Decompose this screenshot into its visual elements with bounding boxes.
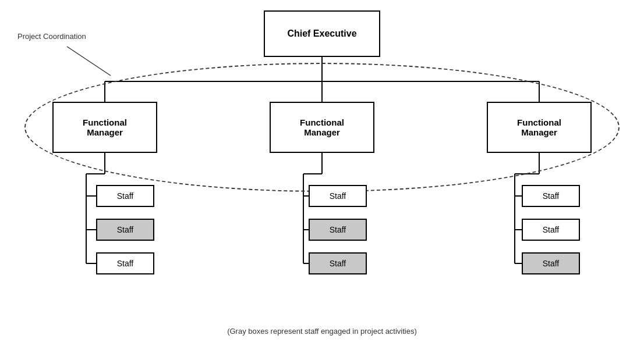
footer-note: (Gray boxes represent staff engaged in p… [0,327,644,336]
chief-executive-box: Chief Executive [264,10,380,57]
functional-manager-right: FunctionalManager [487,102,592,153]
staff-left-2: Staff [96,219,154,241]
staff-right-2: Staff [522,219,580,241]
staff-center-3: Staff [309,252,367,274]
staff-left-1: Staff [96,185,154,207]
staff-center-2: Staff [309,219,367,241]
diagram-container: Project Coordination Chief Executive Fun… [0,0,644,346]
functional-manager-center: FunctionalManager [270,102,374,153]
staff-right-3: Staff [522,252,580,274]
svg-line-23 [67,47,111,76]
functional-manager-left: FunctionalManager [52,102,157,153]
staff-left-3: Staff [96,252,154,274]
staff-right-1: Staff [522,185,580,207]
staff-center-1: Staff [309,185,367,207]
project-coordination-label: Project Coordination [17,32,86,42]
